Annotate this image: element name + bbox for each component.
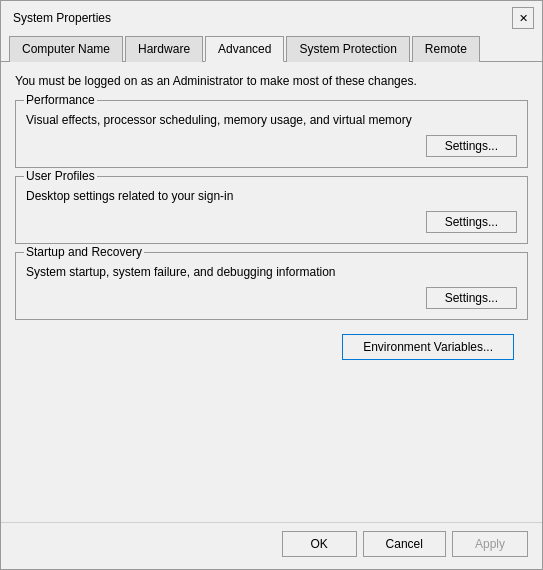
performance-label: Performance [24, 93, 97, 107]
admin-notice: You must be logged on as an Administrato… [15, 74, 528, 88]
tab-remote[interactable]: Remote [412, 36, 480, 62]
tab-advanced[interactable]: Advanced [205, 36, 284, 62]
ok-button[interactable]: OK [282, 531, 357, 557]
startup-recovery-section: Startup and Recovery System startup, sys… [15, 252, 528, 320]
startup-recovery-label: Startup and Recovery [24, 245, 144, 259]
user-profiles-settings-button[interactable]: Settings... [426, 211, 517, 233]
title-bar: System Properties ✕ [1, 1, 542, 33]
system-properties-dialog: System Properties ✕ Computer Name Hardwa… [0, 0, 543, 570]
environment-variables-button[interactable]: Environment Variables... [342, 334, 514, 360]
startup-recovery-settings-button[interactable]: Settings... [426, 287, 517, 309]
tab-system-protection[interactable]: System Protection [286, 36, 409, 62]
dialog-footer: OK Cancel Apply [1, 522, 542, 569]
startup-recovery-button-row: Settings... [26, 287, 517, 309]
env-variables-row: Environment Variables... [15, 328, 528, 366]
tab-hardware[interactable]: Hardware [125, 36, 203, 62]
tab-content: You must be logged on as an Administrato… [1, 62, 542, 522]
user-profiles-label: User Profiles [24, 169, 97, 183]
startup-recovery-description: System startup, system failure, and debu… [26, 265, 517, 279]
performance-settings-button[interactable]: Settings... [426, 135, 517, 157]
user-profiles-button-row: Settings... [26, 211, 517, 233]
user-profiles-description: Desktop settings related to your sign-in [26, 189, 517, 203]
performance-section: Performance Visual effects, processor sc… [15, 100, 528, 168]
apply-button[interactable]: Apply [452, 531, 528, 557]
cancel-button[interactable]: Cancel [363, 531, 446, 557]
tab-bar: Computer Name Hardware Advanced System P… [1, 35, 542, 62]
close-button[interactable]: ✕ [512, 7, 534, 29]
dialog-title: System Properties [13, 11, 111, 25]
tab-computer-name[interactable]: Computer Name [9, 36, 123, 62]
performance-description: Visual effects, processor scheduling, me… [26, 113, 517, 127]
performance-button-row: Settings... [26, 135, 517, 157]
user-profiles-section: User Profiles Desktop settings related t… [15, 176, 528, 244]
